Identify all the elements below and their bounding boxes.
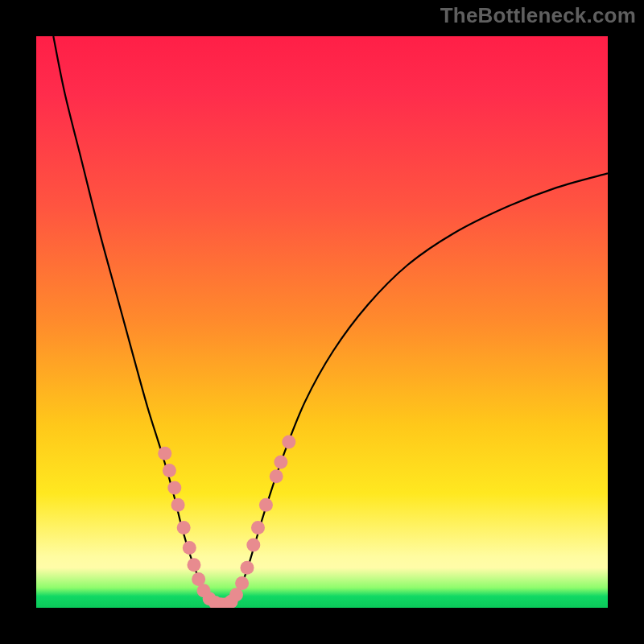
marker-dot <box>183 541 196 555</box>
curve-right-arm <box>230 173 608 605</box>
marker-dot <box>177 521 191 535</box>
marker-dot <box>235 576 249 590</box>
marker-dot <box>167 481 181 494</box>
watermark-text: TheBottleneck.com <box>440 3 636 28</box>
marker-dot <box>251 521 265 535</box>
marker-dot <box>158 447 171 460</box>
marker-dot <box>246 538 260 551</box>
marker-dot <box>240 561 254 575</box>
marker-dot <box>259 498 273 512</box>
chart-frame: TheBottleneck.com <box>0 0 644 644</box>
highlight-markers <box>158 436 295 608</box>
marker-dot <box>171 498 185 512</box>
marker-dot <box>274 455 287 469</box>
marker-dot <box>187 558 200 572</box>
plot-area <box>36 36 608 608</box>
marker-dot <box>282 436 295 449</box>
marker-dot <box>163 464 176 477</box>
curve-left-arm <box>53 36 213 605</box>
marker-dot <box>270 469 283 483</box>
chart-svg <box>36 36 608 608</box>
